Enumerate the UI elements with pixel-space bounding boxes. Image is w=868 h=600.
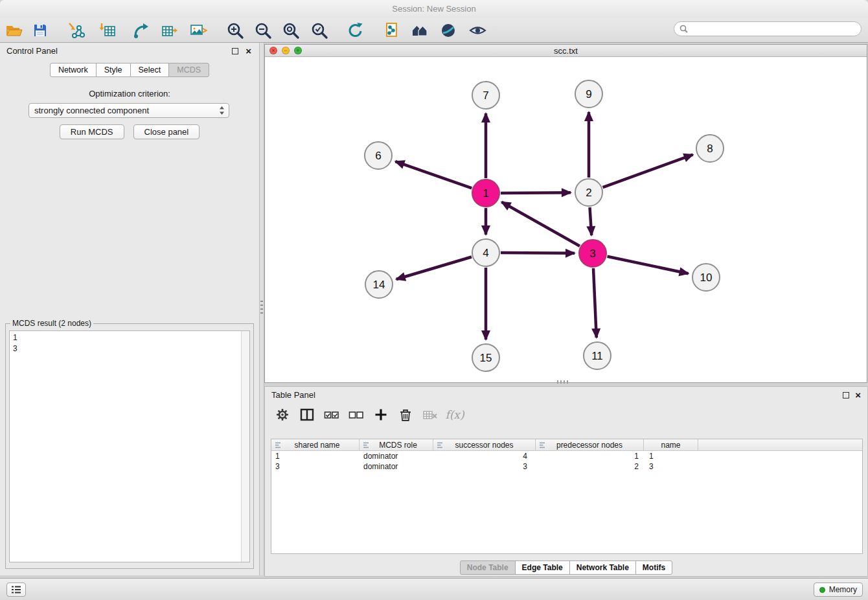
task-history-button[interactable] [6,583,26,597]
dropdown-arrows-icon [219,106,225,115]
tab-edge-table[interactable]: Edge Table [515,560,570,575]
main-toolbar [0,18,868,43]
close-panel-icon[interactable]: × [246,43,251,60]
cell-shared-name: 1 [271,452,360,461]
show-hide-button[interactable] [467,20,488,41]
delete-table-button[interactable] [422,406,439,423]
delete-column-button[interactable] [397,406,414,423]
cell-predecessor-nodes: 2 [536,462,644,471]
node-label-2: 2 [586,187,591,199]
export-image-button[interactable] [188,20,209,41]
edge-2-8[interactable] [603,155,693,188]
run-mcds-button[interactable]: Run MCDS [60,124,124,139]
edge-3-10[interactable] [608,257,689,273]
float-table-panel-icon[interactable] [843,392,849,398]
home-icon [411,22,429,39]
table-toolbar: f(x) [274,406,463,423]
table-row[interactable]: 1 dominator 4 1 1 [271,451,862,461]
import-table-icon [99,22,116,39]
edge-1-6[interactable] [395,161,472,188]
column-header-shared-name[interactable]: shared name [271,439,360,450]
edge-4-3[interactable] [501,253,575,253]
column-header-mcds-role[interactable]: MCDS role [360,439,433,450]
table-settings-button[interactable] [274,406,291,423]
zoom-fit-button[interactable] [280,20,301,41]
search-input[interactable] [691,25,861,34]
criterion-select[interactable]: strongly connected component [29,103,229,118]
tab-select[interactable]: Select [130,63,170,77]
memory-status-icon [819,587,825,593]
zoom-window-icon[interactable]: + [294,47,302,54]
style-icon [440,22,457,39]
import-network-button[interactable] [66,20,87,41]
optimization-criterion-label: Optimization criterion: [0,89,259,98]
close-table-panel-icon[interactable]: × [855,387,861,404]
tab-node-table[interactable]: Node Table [460,560,516,575]
style-button[interactable] [438,20,459,41]
column-header-name[interactable]: name [644,439,698,450]
tab-style[interactable]: Style [96,63,131,77]
close-window-icon[interactable]: × [269,47,277,54]
select-all-columns-button[interactable] [323,406,340,423]
tab-mcds[interactable]: MCDS [168,63,209,77]
minimize-window-icon[interactable]: − [282,47,290,54]
zoom-out-button[interactable] [253,20,273,41]
gear-icon [275,407,290,422]
clone-network-button[interactable] [382,20,402,41]
list-icon [11,585,21,594]
edge-3-11[interactable] [593,268,597,338]
edge-4-14[interactable] [396,257,472,280]
function-builder-button[interactable]: f(x) [446,406,463,423]
memory-button[interactable]: Memory [814,583,863,597]
control-panel-tabs: Network Style Select MCDS [0,63,259,77]
save-session-button[interactable] [30,20,51,41]
zoom-selected-button[interactable] [309,20,330,41]
cell-successor-nodes: 4 [433,452,536,461]
status-bar: Memory [0,578,868,600]
column-header-successor-nodes[interactable]: successor nodes [433,439,536,450]
float-panel-icon[interactable] [232,48,238,54]
show-columns-button[interactable] [299,406,315,423]
open-session-button[interactable] [4,20,25,41]
node-table: shared name MCDS role successor nodes pr… [271,439,863,554]
table-row[interactable]: 3 dominator 3 2 3 [271,461,862,472]
deselect-all-columns-button[interactable] [348,406,365,423]
import-table-button[interactable] [97,20,118,41]
window-titlebar[interactable]: Session: New Session [0,0,868,18]
cell-mcds-role: dominator [360,452,433,461]
tab-network[interactable]: Network [50,63,97,77]
control-panel: Control Panel × Network Style Select MCD… [0,43,259,575]
delete-table-icon [422,407,438,422]
tab-motifs[interactable]: Motifs [635,560,672,575]
export-network-button[interactable] [131,20,152,41]
edge-2-3[interactable] [590,207,592,235]
memory-label: Memory [829,585,857,594]
plus-icon [373,407,389,422]
home-button[interactable] [409,20,430,41]
search-icon [680,25,688,33]
panel-splitter[interactable] [259,43,264,575]
edge-1-2[interactable] [501,192,571,193]
create-column-button[interactable] [372,406,389,423]
cell-name: 3 [644,462,698,471]
mcds-result-list[interactable]: 1 3 [9,330,250,562]
horizontal-splitter-grip[interactable] [557,380,569,384]
tab-network-table[interactable]: Network Table [569,560,636,575]
close-panel-button[interactable]: Close panel [133,124,200,139]
splitter-grip[interactable] [260,301,263,315]
result-scrollbar[interactable] [241,331,249,562]
node-label-15: 15 [480,352,492,364]
network-window-titlebar[interactable]: × − + scc.txt [265,45,867,57]
zoom-in-button[interactable] [225,20,246,41]
network-window-title: scc.txt [265,46,867,56]
column-options-icon [538,441,546,449]
refresh-layout-button[interactable] [345,20,366,41]
column-header-predecessor-nodes[interactable]: predecessor nodes [536,439,644,450]
table-panel: Table Panel × [264,386,868,577]
node-label-3: 3 [589,248,595,260]
export-image-icon [190,22,207,39]
edge-3-1[interactable] [501,202,580,246]
network-graph-canvas[interactable]: 7968124314101511 [265,57,867,382]
export-table-button[interactable] [159,20,180,41]
search-box[interactable] [674,21,862,36]
